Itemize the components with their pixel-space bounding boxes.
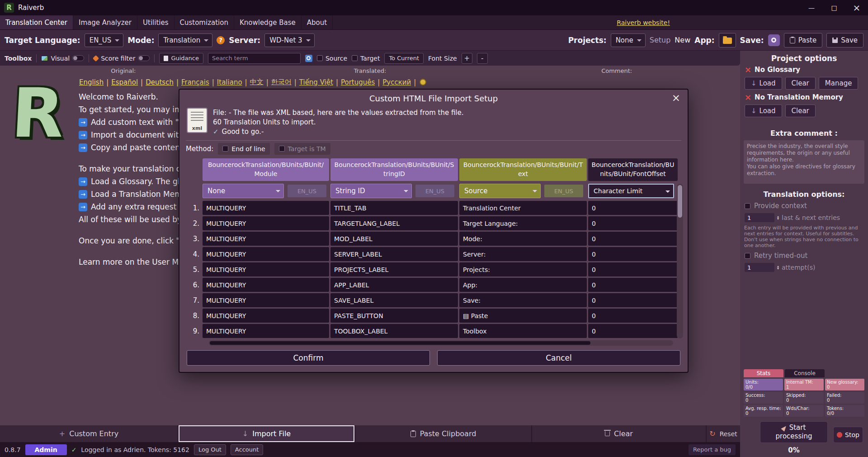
target-checkbox[interactable] [352, 55, 358, 61]
guidance-button[interactable]: Guidance [159, 53, 203, 64]
reset-button[interactable]: ↻ Reset [707, 425, 740, 442]
admin-badge[interactable]: Admin [25, 444, 67, 455]
language-link[interactable]: Deutsch [146, 78, 174, 86]
separator: | [266, 78, 269, 86]
score-filter-group[interactable]: Score filter [94, 55, 150, 62]
language-link[interactable]: 한국어 [271, 78, 292, 86]
module-mapping-select[interactable]: None [203, 184, 284, 198]
logout-button[interactable]: Log Out [194, 444, 226, 455]
provide-context-checkbox[interactable] [745, 203, 750, 209]
tab-utilities[interactable]: Utilities [137, 15, 174, 29]
retry-option[interactable]: Retry timed-out [740, 248, 868, 260]
confirm-button[interactable]: Confirm [187, 350, 430, 366]
text-lang-field: EN_US [544, 185, 583, 197]
module-lang-field: EN_US [288, 185, 326, 197]
fontoffset-mapping: Character Limit [588, 184, 678, 198]
server-select[interactable]: WD-Net 3 [264, 33, 314, 47]
separator: | [212, 78, 214, 86]
glossary-manage-button[interactable]: Manage [819, 77, 859, 90]
target-is-tm-option[interactable]: Target is TM [274, 143, 330, 155]
tab-about[interactable]: About [302, 15, 333, 29]
tab-image-analyzer[interactable]: Image Analyzer [73, 15, 137, 29]
processing-controls: Start processing Stop [760, 421, 868, 443]
tab-stats[interactable]: Stats [744, 369, 783, 377]
source-checkbox[interactable] [317, 55, 323, 61]
tab-console[interactable]: Console [785, 369, 825, 377]
language-link[interactable]: Русский [382, 78, 411, 86]
import-table-rows: 1. MULTIQUERY TITLE_TAB Translation Cent… [186, 201, 681, 339]
stepper-icon[interactable]: ▴▾ [777, 265, 779, 270]
language-link[interactable]: Português [341, 78, 375, 86]
start-processing-button[interactable]: Start processing [760, 421, 828, 443]
cancel-button[interactable]: Cancel [437, 350, 680, 366]
save-button[interactable]: Save [826, 33, 863, 48]
new-button[interactable]: New [675, 36, 690, 44]
stop-button[interactable]: Stop [833, 427, 863, 443]
vertical-scrollbar-thumb[interactable] [678, 185, 682, 218]
language-link[interactable]: Italiano [217, 78, 242, 86]
search-input[interactable] [208, 53, 301, 64]
extra-comment-textarea[interactable]: Precise the industry, the overall style … [744, 140, 864, 184]
close-button[interactable]: × [845, 0, 868, 15]
save-settings-button[interactable] [768, 34, 780, 46]
context-entries-input[interactable]: 1 [745, 213, 774, 222]
vertical-scrollbar[interactable] [677, 184, 683, 338]
glossary-clear-button[interactable]: Clear [785, 77, 816, 90]
font-size-increase-button[interactable]: + [462, 53, 472, 64]
retry-checkbox[interactable] [745, 253, 750, 259]
globe-icon[interactable] [420, 79, 426, 86]
target-is-tm-checkbox[interactable] [279, 146, 285, 152]
maximize-button[interactable]: □ [823, 0, 845, 15]
to-current-button[interactable]: To Current [384, 53, 424, 64]
source-checkbox-group[interactable]: Source [317, 55, 347, 62]
tab-customization[interactable]: Customization [175, 15, 234, 29]
custom-entry-button[interactable]: + Custom Entry [0, 425, 178, 442]
stringid-mapping-select[interactable]: String ID [330, 184, 412, 198]
login-status-text: Logged in as Adrien. Tokens: 5162 [81, 446, 189, 453]
account-button[interactable]: Account [231, 444, 264, 455]
score-filter-toggle[interactable] [138, 55, 150, 61]
fontoffset-mapping-select[interactable]: Character Limit [588, 184, 674, 198]
target-checkbox-group[interactable]: Target [352, 55, 380, 62]
horizontal-scrollbar[interactable] [209, 340, 673, 346]
target-language-select[interactable]: EN_US [85, 33, 124, 47]
toolbar-right-group: Projects: None Setup New App: Save: Past… [568, 33, 863, 48]
paste-clipboard-button[interactable]: Paste Clipboard [355, 425, 531, 442]
tab-knowledge-base[interactable]: Knowledge Base [234, 15, 302, 29]
website-link[interactable]: Raiverb website! [617, 19, 670, 26]
language-link[interactable]: English [79, 78, 104, 86]
paste-button[interactable]: Paste [784, 33, 823, 48]
language-link[interactable]: 中文 [250, 78, 264, 86]
dialog-close-icon[interactable]: × [672, 92, 680, 104]
projects-select[interactable]: None [611, 33, 646, 47]
tab-translation-center[interactable]: Translation Center [0, 15, 73, 29]
tm-clear-button[interactable]: Clear [785, 105, 816, 117]
provide-context-option[interactable]: Provide context [740, 199, 868, 210]
visual-toggle-group[interactable]: Visual [41, 55, 84, 62]
retry-attempts-input[interactable]: 1 [745, 263, 774, 272]
search-button[interactable] [305, 55, 312, 62]
visual-toggle[interactable] [72, 55, 84, 61]
font-size-decrease-button[interactable]: - [477, 53, 488, 64]
language-link[interactable]: Español [111, 78, 138, 86]
clear-button[interactable]: Clear [532, 425, 706, 442]
mode-select[interactable]: Translation [158, 33, 212, 47]
help-icon[interactable]: ? [217, 36, 225, 44]
tm-load-button[interactable]: ↓Load [745, 105, 782, 117]
setup-button[interactable]: Setup [650, 36, 671, 44]
trash-icon [605, 431, 610, 436]
end-of-line-checkbox[interactable] [222, 146, 228, 152]
stepper-icon[interactable]: ▴▾ [777, 215, 779, 220]
horizontal-scrollbar-thumb[interactable] [210, 341, 590, 345]
minimize-button[interactable]: — [800, 0, 823, 15]
import-file-button[interactable]: ↓ Import File [179, 425, 354, 442]
glossary-load-button[interactable]: ↓Load [745, 77, 782, 90]
language-link[interactable]: Tiếng Việt [299, 78, 333, 86]
end-of-line-option[interactable]: End of line [218, 143, 269, 155]
stats-grid: Units:0/0 Internal TM:1 New glossary:0 S… [744, 379, 864, 417]
report-bug-button[interactable]: Report a bug [689, 444, 736, 455]
text-mapping-select[interactable]: Source [459, 184, 541, 198]
app-folder-button[interactable] [719, 33, 736, 48]
app-logo-icon: R [4, 3, 14, 13]
language-link[interactable]: Français [181, 78, 209, 86]
